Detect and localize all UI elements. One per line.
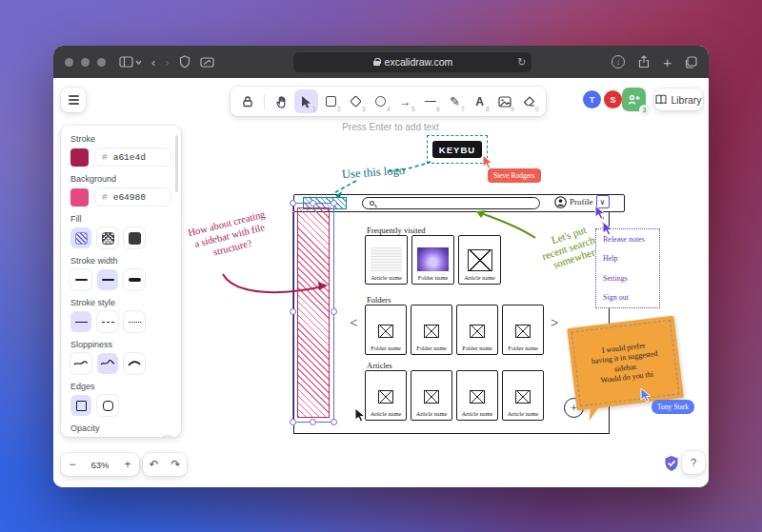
menu-item: Sign out <box>603 293 652 302</box>
close-button[interactable] <box>65 58 73 67</box>
image-placeholder-icon <box>424 325 439 338</box>
selection-handle[interactable] <box>331 419 337 425</box>
rectangle-tool[interactable]: 2 <box>319 89 343 113</box>
ellipse-tool[interactable]: 4 <box>369 89 392 113</box>
edges-round-option[interactable] <box>97 395 118 416</box>
book-icon <box>655 94 667 105</box>
stroke-label: Stroke <box>70 134 171 144</box>
toolbar-divider <box>264 94 265 109</box>
selection-handle[interactable] <box>331 308 337 315</box>
purple-cursor-icon <box>594 205 608 221</box>
undo-button[interactable]: ↶ <box>143 458 165 471</box>
selection-tool[interactable]: 1 <box>294 89 318 113</box>
mouse-cursor-icon <box>354 407 368 424</box>
zoom-button[interactable] <box>97 58 106 67</box>
freq-card: Article name <box>365 235 408 285</box>
image-placeholder-icon <box>468 249 492 271</box>
zoom-out-button[interactable]: − <box>61 458 84 471</box>
reload-icon[interactable]: ↻ <box>517 56 526 69</box>
menu-item: Help <box>603 254 652 263</box>
tony-cursor-label: Tony Stark <box>652 400 694 414</box>
main-menu-button[interactable] <box>61 88 86 112</box>
downloads-icon[interactable]: ↓ <box>612 55 625 69</box>
tab-overview-icon[interactable] <box>685 56 697 69</box>
share-icon[interactable] <box>638 55 650 69</box>
selection-handle[interactable] <box>331 200 337 207</box>
image-placeholder-icon <box>424 390 439 404</box>
excalidraw-canvas[interactable]: Profile ∨ Frequently visited Article nam… <box>53 78 709 487</box>
user-icon <box>554 196 567 208</box>
redo-button[interactable]: ↷ <box>165 458 187 471</box>
section-articles: Articles <box>367 361 392 370</box>
folder-card: Folder name <box>456 305 498 355</box>
collaborator-avatar[interactable]: S <box>604 90 622 108</box>
profile-label: Profile <box>570 197 593 207</box>
help-button[interactable]: ? <box>682 451 705 474</box>
zoom-level[interactable]: 63% <box>84 460 116 470</box>
carousel-next-arrow: > <box>551 315 558 331</box>
article-card: Article name <box>365 370 407 421</box>
section-frequently-visited: Frequently visited <box>367 226 426 235</box>
lock-tool[interactable] <box>235 89 259 113</box>
sloppiness-architect-option[interactable] <box>70 353 91 374</box>
stroke-width-bold-option[interactable] <box>97 269 118 290</box>
fill-crosshatch-option[interactable] <box>97 227 118 248</box>
opacity-label: Opacity <box>70 424 171 433</box>
opacity-slider-knob[interactable] <box>161 436 173 437</box>
properties-panel: Stroke # a61e4d Background # e64980 <box>61 126 181 437</box>
diamond-tool[interactable]: 3 <box>344 89 368 113</box>
selection-handle[interactable] <box>310 419 316 425</box>
arrow-tool[interactable]: →5 <box>393 89 417 113</box>
panel-scrollbar[interactable] <box>175 135 178 192</box>
stroke-style-dashed-option[interactable] <box>97 311 118 332</box>
privacy-shield-icon[interactable] <box>179 55 190 69</box>
article-card: Article name <box>411 370 452 421</box>
new-tab-icon[interactable]: + <box>663 54 672 70</box>
eraser-tool[interactable]: 0 <box>517 89 541 113</box>
selection-handle[interactable] <box>310 200 316 207</box>
use-logo-annotation: Use this logo <box>342 164 406 183</box>
stroke-width-label: Stroke width <box>70 256 171 266</box>
address-bar[interactable]: excalidraw.com ↻ <box>293 52 531 72</box>
stroke-style-solid-option[interactable] <box>70 311 91 332</box>
share-collaboration-button[interactable]: 3 <box>622 88 646 111</box>
forward-button[interactable]: › <box>165 56 169 69</box>
selection-handle[interactable] <box>290 419 296 425</box>
back-button[interactable]: ‹ <box>151 56 155 69</box>
sloppiness-artist-option[interactable] <box>97 353 118 374</box>
collaborator-avatar[interactable]: T <box>583 90 601 108</box>
stroke-color-swatch[interactable] <box>70 148 89 167</box>
selection-handle[interactable] <box>290 308 296 315</box>
draw-tool[interactable]: ✎7 <box>443 89 467 113</box>
stroke-style-label: Stroke style <box>70 298 171 307</box>
fill-solid-option[interactable] <box>124 227 145 248</box>
hand-tool[interactable] <box>270 89 293 113</box>
sticky-note[interactable]: I would prefer having it in suggested si… <box>567 315 684 410</box>
zoom-in-button[interactable]: + <box>116 458 139 471</box>
stroke-style-dotted-option[interactable] <box>124 311 145 332</box>
selection-handle[interactable] <box>290 200 296 207</box>
stroke-width-thin-option[interactable] <box>70 269 91 290</box>
text-tool[interactable]: A8 <box>468 89 491 113</box>
image-tool[interactable]: 9 <box>492 89 516 113</box>
article-card: Article name <box>456 370 498 421</box>
edges-sharp-option[interactable] <box>70 395 91 416</box>
carousel-prev-arrow: < <box>350 315 357 331</box>
image-placeholder-icon <box>378 325 393 338</box>
compose-icon[interactable] <box>200 57 214 68</box>
sidebar-toggle-icon[interactable] <box>119 56 142 68</box>
line-tool[interactable]: 6 <box>418 89 442 113</box>
folder-card: Folder name <box>502 305 544 355</box>
editor-hint-text: Press Enter to add text <box>286 122 495 132</box>
background-color-swatch[interactable] <box>70 188 89 207</box>
sloppiness-cartoonist-option[interactable] <box>124 353 145 374</box>
selection-box <box>292 203 334 423</box>
fill-hachure-option[interactable] <box>70 227 91 248</box>
sidebar-annotation: How about creating a sidebar with file s… <box>169 204 291 268</box>
stroke-hex-input[interactable]: # a61e4d <box>94 148 171 167</box>
folder-card: Folder name <box>411 305 452 355</box>
background-hex-input[interactable]: # e64980 <box>94 187 171 207</box>
stroke-width-extrabold-option[interactable] <box>124 269 145 290</box>
library-button[interactable]: Library <box>654 89 703 110</box>
minimize-button[interactable] <box>81 58 90 67</box>
